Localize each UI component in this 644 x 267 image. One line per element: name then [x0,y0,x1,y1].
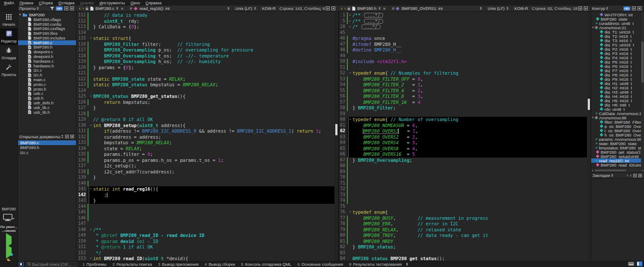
folded-comment-box[interactable]: ...*/ [364,13,383,18]
go-back-icon[interactable]: ‹ [79,6,81,11]
outline-item[interactable]: h_os: BMP280_Oversampling [591,133,644,137]
code-line-148[interactable]: 148▾/** [76,227,338,233]
panel-selector-dropdown-icon[interactable] [37,7,39,10]
line-number[interactable]: 124 [76,88,88,94]
code-line-66[interactable]: 66 BMP280_OVERS16 = 5 [339,152,591,158]
bookmarks-title[interactable]: Закладки [592,173,610,178]
menu-tools[interactable]: Инструменты [100,0,125,5]
fold-marker-icon[interactable]: ▸ [348,18,352,24]
close-document-button[interactable]: × [121,6,123,11]
close-split-button[interactable] [584,6,588,10]
build-progress-indicator[interactable] [19,262,24,267]
line-number[interactable]: 60 [339,117,347,123]
line-number[interactable]: 79 [339,227,347,233]
next-bookmark-icon[interactable]: › [630,173,632,178]
outline-item[interactable]: »bmpstatus: BMP280_status [591,146,644,150]
code-line-49[interactable]: 49 [339,53,591,59]
outline-item[interactable]: BMP280_get_status(): BMP280_status [591,150,644,154]
code-line-124[interactable]: 124 [76,88,338,94]
project-file-item[interactable]: cdewpoint.c [18,49,76,54]
outline-item[interactable]: ▾Anonymous:21 [591,25,644,30]
toggle-left-sidebar-icon[interactable] [637,261,642,267]
code-line-113[interactable]: 113} CaliData = {0}; [76,24,338,30]
expander-icon[interactable]: ▾ [592,116,594,119]
project-file-item[interactable]: cusb.c [18,91,76,96]
line-number[interactable]: 49 [339,53,347,59]
line-number[interactable]: 76 [339,209,347,215]
go-back-icon[interactable]: ‹ [341,6,343,11]
code-line-147[interactable]: 147 [76,221,338,227]
outline-panel-title[interactable]: Контур [592,6,605,11]
outline-item[interactable]: dig_P5: int16_t [591,60,644,64]
code-line-75[interactable]: 75 [339,204,591,210]
line-number[interactable]: 56 [339,94,347,100]
editor2-scrollbar[interactable] [587,12,591,261]
code-line-142[interactable]: 142 ; [76,192,338,198]
close-document-button[interactable]: × [383,6,386,11]
code-line-129[interactable]: 129// @return 0 if all OK [76,117,338,123]
split-panel-button[interactable] [64,6,68,10]
code-line-50[interactable]: 50#include <stm32f1.h> [339,59,591,65]
project-file-item[interactable]: BMP280.cflags [18,17,76,22]
close-split-button[interactable] [331,6,335,10]
outline-item[interactable]: dig_H5: int16_t [591,98,644,103]
code-line-131[interactable]: 131 if(address != BMP280_I2C_ADDRESS_0 &… [76,128,338,134]
line-number[interactable]: 132 [76,134,88,140]
line-number[interactable]: 53 [339,76,347,82]
line-number[interactable]: 138 [76,169,88,175]
line-number[interactable]: 111 [76,12,88,18]
line-number[interactable]: 70 [339,175,347,181]
code-line-71[interactable]: 71 [339,181,591,187]
code-line-59[interactable]: 59 [339,111,591,117]
code-line-140[interactable]: 140 [76,181,338,187]
fold-marker-icon[interactable]: ▾ [88,186,93,192]
outline-item[interactable]: rdy: uint8_t [591,107,644,111]
output-tab-compile-output[interactable]: 4Вывод сборки [205,262,235,267]
code-line-134[interactable]: 134 state = RELAX; [76,146,338,152]
line-number[interactable]: 112 [76,18,88,24]
line-number[interactable]: 58 [339,105,347,111]
line-number[interactable]: 127 [76,105,88,111]
code-line-132[interactable]: 132 curaddress = address; [76,134,338,140]
code-line-55[interactable]: 55 BMP280_FILTER_4 = 2, [339,88,591,94]
code-line-152[interactable]: 152 */ [76,250,338,256]
panel-selector-dropdown-icon[interactable] [61,135,63,138]
outline-item[interactable]: »state: BMP280_state [591,141,644,146]
outline-item[interactable]: dig_H4: int16_t [591,94,644,98]
folded-comment-box[interactable]: ...*/ [364,19,383,24]
code-line-76[interactable]: 76▾typedef enum{ [339,209,591,215]
code-line-117[interactable]: 117 BMP280_Oversampling p_os; // oversam… [76,47,338,53]
line-number[interactable]: 28 [339,24,347,30]
outline-scrollbar[interactable] [641,12,644,169]
mode-projects[interactable]: Проекты [0,62,18,79]
line-number[interactable]: 150 [76,239,88,245]
code-line-51[interactable]: 51 [339,65,591,71]
code-line-111[interactable]: 111 // data is ready [76,12,338,18]
code-line-150[interactable]: 150 * @param devid (o) - ID [76,239,338,245]
code-line-138[interactable]: 138 i2c_set_addr7(curaddress); [76,169,338,175]
line-number[interactable]: 83 [339,250,347,256]
sync-with-editor-toggle[interactable] [56,6,63,11]
outline-item[interactable]: t_os: BMP280_Oversampling [591,128,644,133]
code-line-127[interactable]: 127} [76,105,338,111]
code-line-145[interactable]: 145 [76,209,338,215]
line-number[interactable]: 50 [339,59,347,65]
fold-marker-icon[interactable]: ▾ [348,117,352,123]
outline-item[interactable]: BMP280_read_ID(uint8_t *): int [591,163,644,167]
code-line-52[interactable]: 52▾typedef enum{ // Nsamples for filteri… [339,70,591,76]
code-line-69[interactable]: 69 [339,169,591,175]
line-number[interactable]: 118 [76,53,88,59]
menu-window[interactable]: Окно [131,0,140,5]
code-line-118[interactable]: 118 BMP280_Oversampling t_os; // -//- te… [76,53,338,59]
outline-item[interactable]: dig_P3: int16_t [591,51,644,55]
outline-hscrollbar[interactable]: ◂ ▸ [591,169,644,172]
output-tab-problems[interactable]: 1Проблемы [82,262,106,267]
code-line-54[interactable]: 54 BMP280_FILTER_2 = 1, [339,82,591,88]
line-number[interactable]: 64 [339,140,347,146]
code-line-60[interactable]: 60▾typedef enum{ // Number of oversampli… [339,117,591,123]
split-editor-button[interactable] [326,6,330,10]
line-number[interactable]: 65 [339,146,347,152]
outline-item[interactable]: dig_H6: int8_t [591,103,644,107]
code-line-122[interactable]: 122static BMP280_state state = RELAX; [76,76,338,82]
project-file-item[interactable]: hi2c.h [18,73,76,77]
